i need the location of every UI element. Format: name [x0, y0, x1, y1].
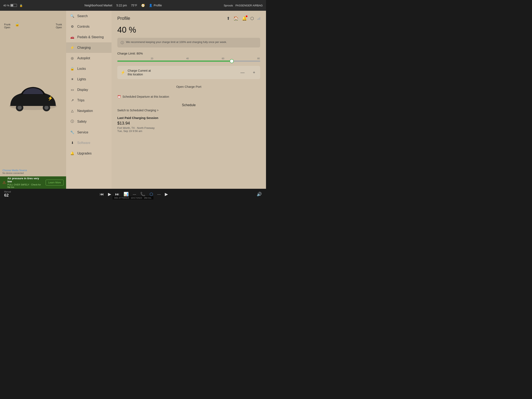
sidebar-item-autopilot[interactable]: ◎ Autopilot	[66, 53, 112, 63]
sidebar-item-service[interactable]: 🔧 Service	[66, 127, 112, 138]
media-dots-icon[interactable]: ···	[157, 192, 161, 196]
lte-signal	[257, 17, 260, 20]
media-source[interactable]: Choose Media Source	[2, 169, 63, 172]
info-icon: ⓘ	[120, 41, 124, 45]
sidebar-item-label-pedals: Pedals & Steering	[77, 35, 104, 39]
play-icon[interactable]: ▶	[108, 192, 111, 196]
sidebar-item-label-autopilot: Autopilot	[77, 56, 90, 60]
alert-text: Air pressure in tires very low PULL OVER…	[7, 177, 44, 188]
profile-button[interactable]: 👤 Profile	[149, 4, 162, 7]
last-charging-location: Fort Worth, TX · North Freeway Tue, Sep …	[117, 127, 260, 133]
skip-forward-icon[interactable]: ⏭	[115, 192, 119, 196]
sidebar-item-label-navigation: Navigation	[77, 109, 93, 113]
battery-indicator: 40 %	[3, 4, 17, 7]
sidebar-item-label-lights: Lights	[77, 77, 86, 81]
speed-unit: Manual	[4, 191, 11, 193]
temperature-display: 75°F	[131, 4, 137, 7]
dots-icon[interactable]: ···	[133, 192, 136, 196]
sidebar-item-label-display: Display	[77, 88, 88, 92]
sidebar-item-label-trips: Trips	[77, 99, 84, 102]
chart-icon[interactable]: 📊	[124, 192, 129, 196]
search-icon: 🔍	[70, 14, 74, 18]
sidebar-item-charging[interactable]: ⚡ Charging	[66, 42, 112, 53]
media-device: No device connected	[2, 172, 63, 174]
sidebar-item-trips[interactable]: ↗ Trips	[66, 95, 112, 106]
sidebar-item-upgrades[interactable]: 🔔 Upgrades	[66, 148, 112, 158]
decrease-button[interactable]: —	[239, 70, 246, 76]
controls-icon: ⚙	[70, 25, 74, 28]
sidebar-item-pedals[interactable]: 🚗 Pedals & Steering	[66, 32, 112, 42]
time-display: 5:22 pm	[116, 4, 127, 7]
status-bar: 40 % 🔒 Neighborhood Market 5:22 pm 75°F …	[0, 0, 266, 11]
car-lock-icon: 🔓	[15, 22, 19, 27]
increase-button[interactable]: +	[251, 70, 257, 76]
charging-panel: Profile ⬆ 🏠 🔔 ⬡ 40 % ⓘ We recommend keep…	[112, 11, 266, 189]
sidebar-item-search[interactable]: 🔍 Search	[66, 11, 112, 21]
phone-icon[interactable]: 📞	[140, 192, 146, 196]
upgrades-icon: 🔔	[70, 151, 74, 155]
tick-60: 60	[222, 57, 224, 60]
tick-80: 80	[257, 57, 260, 60]
speed-value: 62	[4, 193, 11, 198]
location-date: Tue, Sep 19 9:56 am	[117, 129, 142, 133]
charge-limit-label: Charge Limit: 80%	[117, 52, 260, 55]
schedule-title: Schedule	[117, 103, 260, 107]
charging-icon: ⚡	[70, 46, 74, 50]
sidebar-item-lights[interactable]: ☀ Lights	[66, 74, 112, 84]
sidebar-item-label-software: Software	[77, 141, 90, 145]
sidebar-item-display[interactable]: ▭ Display	[66, 84, 112, 95]
recommendation-text: We recommend keeping your charge limit a…	[126, 40, 227, 44]
status-right: Sprouts PASSENGER AIRBAG	[224, 4, 263, 7]
open-charge-port-button[interactable]: Open Charge Port	[117, 82, 260, 91]
charge-current-label: Charge Current atthis location	[128, 69, 236, 76]
media-bar: Choose Media Source No device connected	[0, 168, 66, 176]
service-icon: 🔧	[70, 130, 74, 134]
pedals-icon: 🚗	[70, 35, 74, 39]
taskbar-speed: Manual 62	[4, 191, 11, 198]
panel-header: Profile ⬆ 🏠 🔔 ⬡	[117, 16, 260, 21]
sidebar-item-safety[interactable]: ⓘ Safety	[66, 116, 112, 127]
sidebar-item-label-upgrades: Upgrades	[77, 152, 91, 155]
sidebar-item-locks[interactable]: 🔒 Locks	[66, 63, 112, 74]
lte-bar-1	[257, 19, 258, 20]
safety-icon: ⓘ	[70, 119, 74, 124]
trunk-label: Trunk Open	[56, 23, 62, 29]
taskbar-center: ⏮ ▶ ⏭ 📊 ··· 📞 ⬡ ··· ▶	[100, 192, 168, 196]
slider-thumb[interactable]	[230, 59, 234, 63]
home-icon[interactable]: 🏠	[233, 16, 239, 21]
sidebar-item-label-service: Service	[77, 131, 88, 134]
trunk-name: Trunk	[56, 23, 62, 26]
lock-icon: 🔒	[19, 4, 23, 7]
frunk-status: Open	[4, 26, 10, 29]
header-icons: ⬆ 🏠 🔔 ⬡	[227, 16, 260, 21]
slider-track[interactable]	[117, 61, 260, 62]
trunk-status: Open	[56, 26, 62, 29]
switch-scheduled-link[interactable]: Switch to Scheduled Charging >	[117, 109, 260, 112]
bell-icon[interactable]: 🔔	[242, 16, 247, 21]
sidebar-item-software[interactable]: ⬇ Software	[66, 138, 112, 148]
nav-menu: 🔍 Search ⚙ Controls 🚗 Pedals & Steering …	[66, 11, 112, 189]
clock-icon: ⏰	[117, 95, 121, 98]
svg-point-4	[44, 106, 49, 110]
learn-more-button[interactable]: Learn More	[46, 180, 63, 185]
volume-icon[interactable]: 🔊	[257, 192, 262, 196]
play-taskbar-icon[interactable]: ▶	[165, 192, 168, 196]
skip-back-icon[interactable]: ⏮	[100, 192, 104, 196]
person-up-icon[interactable]: ⬆	[227, 16, 230, 21]
bluetooth-icon[interactable]: ⬡	[250, 16, 254, 21]
software-icon: ⬇	[70, 141, 74, 145]
passenger-airbag-label: PASSENGER AIRBAG	[235, 4, 263, 7]
status-left: 40 % 🔒	[3, 4, 23, 7]
bluetooth-taskbar-icon[interactable]: ⬡	[150, 192, 153, 196]
sidebar-item-label-locks: Locks	[77, 67, 86, 71]
alert-subtitle: PULL OVER SAFELY · Check for flat tire	[7, 184, 44, 188]
display-icon: ▭	[70, 88, 74, 92]
sidebar-item-navigation[interactable]: △ Navigation	[66, 106, 112, 116]
sidebar-item-label-charging: Charging	[77, 46, 91, 50]
charge-current-box: ⚡ Charge Current atthis location — +	[117, 66, 260, 79]
sidebar-item-label-controls: Controls	[77, 25, 90, 28]
frunk-name: Frunk	[4, 23, 11, 26]
tick-40: 40	[186, 57, 189, 60]
sidebar-item-controls[interactable]: ⚙ Controls	[66, 21, 112, 32]
sprouts-label: Sprouts	[224, 4, 233, 7]
